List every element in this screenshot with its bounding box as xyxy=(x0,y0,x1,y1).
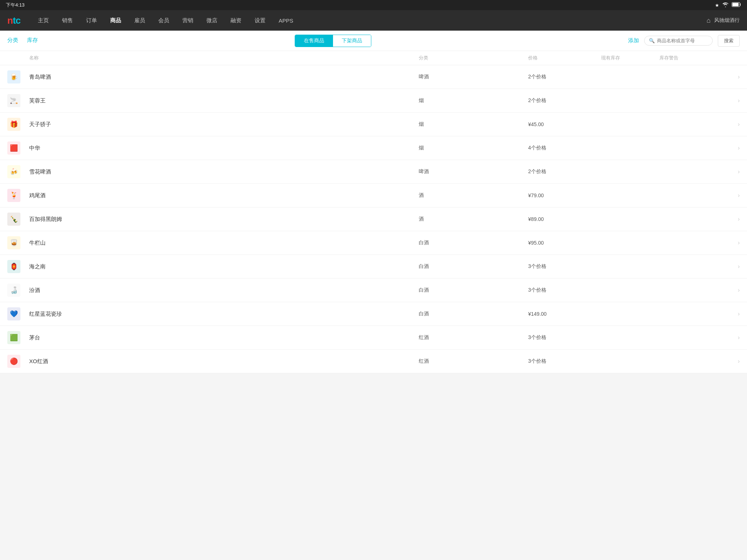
product-image: 🟥 xyxy=(7,141,20,155)
row-chevron: › xyxy=(718,216,740,222)
product-price: ¥149.00 xyxy=(528,311,601,317)
product-image-cell: 🍾 xyxy=(7,213,29,226)
product-category: 烟 xyxy=(419,97,528,104)
product-name: 百加得黑朗姆 xyxy=(29,216,419,223)
product-price: 3个价格 xyxy=(528,334,601,341)
row-chevron: › xyxy=(718,263,740,270)
nav-item-members[interactable]: 会员 xyxy=(152,10,176,31)
product-category: 酒 xyxy=(419,216,528,222)
product-image: 🍹 xyxy=(7,189,20,202)
sub-nav-actions: 添加 🔍 搜索 xyxy=(628,35,740,47)
product-image: 🥃 xyxy=(7,236,20,249)
product-image: 🍾 xyxy=(7,213,20,226)
table-row[interactable]: 🍺 青岛啤酒 啤酒 2个价格 › xyxy=(0,65,747,89)
product-image: 💙 xyxy=(7,307,20,320)
toggle-off-shelf[interactable]: 下架商品 xyxy=(333,35,371,47)
table-row[interactable]: 🚬 芙蓉王 烟 2个价格 › xyxy=(0,89,747,113)
logo: ntc xyxy=(7,15,20,26)
product-category: 啤酒 xyxy=(419,74,528,80)
tab-inventory[interactable]: 库存 xyxy=(27,37,38,44)
col-category: 分类 xyxy=(419,55,528,61)
nav-item-sales[interactable]: 销售 xyxy=(55,10,80,31)
product-category: 酒 xyxy=(419,192,528,199)
product-image: 🍶 xyxy=(7,284,20,297)
nav-item-home[interactable]: 主页 xyxy=(31,10,55,31)
product-name: 鸡尾酒 xyxy=(29,192,419,199)
row-chevron: › xyxy=(718,74,740,80)
product-name: 中华 xyxy=(29,145,419,152)
status-bar: 下午4:13 ★ xyxy=(0,0,747,10)
product-image-cell: 🟩 xyxy=(7,331,29,344)
row-chevron: › xyxy=(718,168,740,175)
product-name: XO红酒 xyxy=(29,358,419,365)
table-row[interactable]: 🔴 XO红酒 红酒 3个价格 › xyxy=(0,350,747,373)
product-name: 青岛啤酒 xyxy=(29,74,419,81)
nav-item-products[interactable]: 商品 xyxy=(104,10,128,31)
table-row[interactable]: 🏮 海之南 白酒 3个价格 › xyxy=(0,255,747,279)
product-price: ¥95.00 xyxy=(528,240,601,246)
product-name: 芙蓉王 xyxy=(29,97,419,104)
product-category: 白酒 xyxy=(419,311,528,317)
product-price: 2个价格 xyxy=(528,97,601,104)
row-chevron: › xyxy=(718,311,740,317)
nav-item-employees[interactable]: 雇员 xyxy=(128,10,152,31)
col-action xyxy=(718,55,740,61)
row-chevron: › xyxy=(718,334,740,341)
table-row[interactable]: 🟩 茅台 红酒 3个价格 › xyxy=(0,326,747,350)
product-category: 烟 xyxy=(419,121,528,128)
table-row[interactable]: 🥃 牛栏山 白酒 ¥95.00 › xyxy=(0,231,747,255)
product-price: ¥79.00 xyxy=(528,192,601,198)
row-chevron: › xyxy=(718,287,740,293)
product-image-cell: 🏮 xyxy=(7,260,29,273)
bluetooth-icon: ★ xyxy=(715,3,719,8)
col-name: 名称 xyxy=(29,55,419,61)
product-image-cell: 🍺 xyxy=(7,70,29,83)
product-image: 🏮 xyxy=(7,260,20,273)
table-row[interactable]: 🟥 中华 烟 4个价格 › xyxy=(0,136,747,160)
nav-item-settings[interactable]: 设置 xyxy=(248,10,272,31)
product-table: 名称 分类 价格 现有库存 库存警告 🍺 青岛啤酒 啤酒 2个价格 › 🚬 芙蓉… xyxy=(0,51,747,373)
nav-item-orders[interactable]: 订单 xyxy=(80,10,104,31)
table-row[interactable]: 🍶 汾酒 白酒 3个价格 › xyxy=(0,279,747,302)
product-name: 牛栏山 xyxy=(29,240,419,246)
product-image: 🔴 xyxy=(7,355,20,368)
nav-item-microstore[interactable]: 微店 xyxy=(200,10,224,31)
row-chevron: › xyxy=(718,121,740,128)
product-image: 🟩 xyxy=(7,331,20,344)
add-button[interactable]: 添加 xyxy=(628,37,639,44)
table-body: 🍺 青岛啤酒 啤酒 2个价格 › 🚬 芙蓉王 烟 2个价格 › 🎁 天子骄子 烟… xyxy=(0,65,747,373)
col-icon xyxy=(7,55,29,61)
table-row[interactable]: 🎁 天子骄子 烟 ¥45.00 › xyxy=(0,113,747,136)
status-time: 下午4:13 xyxy=(6,2,24,8)
nav-item-apps[interactable]: APPS xyxy=(272,10,300,31)
toggle-group-container: 在售商品 下架商品 xyxy=(49,35,617,47)
product-image-cell: 🍹 xyxy=(7,189,29,202)
table-row[interactable]: 🍻 雪花啤酒 啤酒 2个价格 › xyxy=(0,160,747,184)
col-price: 价格 xyxy=(528,55,601,61)
wifi-icon xyxy=(722,2,729,8)
product-name: 天子骄子 xyxy=(29,121,419,128)
product-image-cell: 🚬 xyxy=(7,94,29,107)
product-category: 红酒 xyxy=(419,358,528,365)
search-button[interactable]: 搜索 xyxy=(718,35,740,47)
col-alert: 库存警告 xyxy=(659,55,718,61)
product-price: 3个价格 xyxy=(528,287,601,293)
table-row[interactable]: 🍹 鸡尾酒 酒 ¥79.00 › xyxy=(0,184,747,207)
search-input[interactable] xyxy=(657,38,708,43)
toggle-on-sale[interactable]: 在售商品 xyxy=(295,35,333,47)
table-row[interactable]: 💙 红星蓝花瓷珍 白酒 ¥149.00 › xyxy=(0,302,747,326)
product-price: 3个价格 xyxy=(528,263,601,270)
table-row[interactable]: 🍾 百加得黑朗姆 酒 ¥89.00 › xyxy=(0,207,747,231)
table-header: 名称 分类 价格 现有库存 库存警告 xyxy=(0,51,747,65)
status-icons: ★ xyxy=(715,2,741,8)
product-name: 红星蓝花瓷珍 xyxy=(29,311,419,318)
product-image-cell: 🍻 xyxy=(7,165,29,178)
product-image-cell: 🟥 xyxy=(7,141,29,155)
nav-item-finance[interactable]: 融资 xyxy=(224,10,248,31)
product-image-cell: 🥃 xyxy=(7,236,29,249)
nav-item-marketing[interactable]: 营销 xyxy=(176,10,200,31)
tab-category[interactable]: 分类 xyxy=(7,37,18,44)
nav-items: 主页 销售 订单 商品 雇员 会员 营销 微店 融资 设置 APPS xyxy=(31,10,707,31)
col-stock: 现有库存 xyxy=(601,55,659,61)
product-image: 🚬 xyxy=(7,94,20,107)
